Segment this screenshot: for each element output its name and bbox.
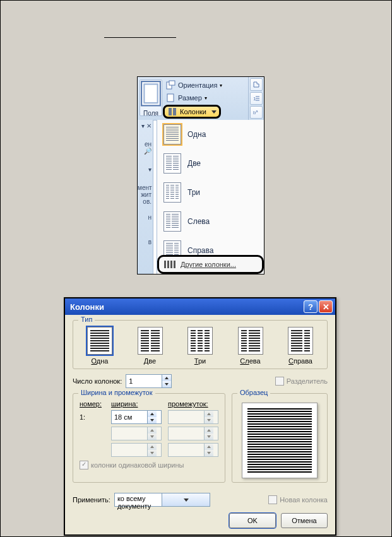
sample-preview bbox=[242, 403, 318, 478]
new-column-checkbox: Новая колонка bbox=[268, 495, 328, 504]
type-left[interactable]: Слева bbox=[230, 327, 271, 365]
help-button[interactable]: ? bbox=[304, 300, 318, 313]
spin-down[interactable] bbox=[162, 381, 171, 387]
col-width-header: ширина: bbox=[111, 400, 162, 408]
ribbon-page-setup: Поля Ориентация ▾ Размер ▾ Колонки 1 bbox=[138, 77, 264, 121]
svg-rect-4 bbox=[167, 94, 174, 102]
close-button[interactable]: ✕ bbox=[319, 300, 333, 313]
equal-width-checkbox[interactable]: колонки одинаковой ширины bbox=[80, 461, 184, 469]
cancel-button[interactable]: Отмена bbox=[281, 513, 328, 528]
dialog-titlebar: Колонки ? ✕ bbox=[65, 298, 335, 315]
columns-icon bbox=[167, 107, 177, 117]
row2-width-spinner bbox=[111, 427, 162, 440]
row1-width-spinner[interactable] bbox=[111, 410, 162, 424]
dropdown-item-two[interactable]: Две bbox=[157, 149, 264, 178]
hyphenation-button[interactable]: bª bbox=[250, 106, 263, 119]
col-gap-header: промежуток: bbox=[168, 400, 218, 408]
margins-icon bbox=[140, 80, 162, 107]
apply-label: Применить: bbox=[73, 496, 110, 504]
chevron-down-icon[interactable] bbox=[162, 493, 210, 506]
type-two[interactable]: Две bbox=[130, 327, 170, 365]
spin-up[interactable] bbox=[162, 375, 171, 381]
count-spinner[interactable] bbox=[126, 374, 172, 388]
width-group: Ширина и промежуток номер: ширина: проме… bbox=[73, 393, 225, 483]
columns-button[interactable]: Колонки bbox=[163, 105, 221, 119]
fields-button[interactable]: Поля bbox=[140, 80, 162, 116]
line-numbers-button[interactable]: 1 bbox=[250, 92, 263, 105]
dropdown-item-three[interactable]: Три bbox=[157, 178, 264, 207]
svg-rect-3 bbox=[169, 81, 175, 85]
row2-gap-spinner bbox=[168, 427, 218, 440]
columns-icon bbox=[164, 261, 175, 268]
group-divider bbox=[248, 77, 249, 120]
checkbox-icon bbox=[80, 461, 88, 469]
row1-num: 1: bbox=[80, 413, 105, 421]
orientation-icon bbox=[165, 80, 175, 90]
type-three[interactable]: Три bbox=[180, 327, 220, 365]
checkbox-icon bbox=[275, 377, 284, 386]
columns-preview-icon bbox=[163, 153, 181, 174]
svg-rect-6 bbox=[173, 108, 176, 115]
count-label: Число колонок: bbox=[73, 377, 122, 385]
sample-group-title: Образец bbox=[237, 389, 270, 396]
row3-gap-spinner bbox=[168, 443, 218, 457]
type-right[interactable]: Справа bbox=[280, 327, 321, 365]
apply-combo[interactable]: ко всему документу bbox=[114, 493, 210, 507]
separator-checkbox[interactable]: Разделитель bbox=[275, 377, 328, 386]
dialog-title: Колонки bbox=[70, 302, 302, 312]
breaks-button[interactable] bbox=[250, 78, 263, 91]
type-one[interactable]: Одна bbox=[80, 327, 120, 365]
columns-label: Колонки bbox=[180, 108, 206, 115]
row1-gap-spinner bbox=[168, 410, 218, 424]
chevron-down-icon bbox=[211, 110, 217, 114]
size-label[interactable]: Размер bbox=[178, 94, 202, 102]
dropdown-item-one[interactable]: Одна bbox=[157, 120, 264, 149]
columns-preview-icon bbox=[163, 182, 181, 203]
dropdown-more-columns[interactable]: Другие колонки... bbox=[157, 255, 264, 274]
size-icon bbox=[165, 93, 175, 103]
fields-label: Поля bbox=[140, 110, 162, 117]
apply-value: ко всему документу bbox=[115, 493, 162, 506]
columns-dropdown: Одна Две Три Слева Справа Другие колонки… bbox=[157, 120, 264, 274]
left-pane-fragment: ▾ ✕ ен 🔎 ▾ мент жит ов. н в bbox=[138, 120, 153, 274]
horizontal-rule bbox=[104, 37, 176, 38]
ok-button[interactable]: OK bbox=[229, 513, 276, 528]
type-group: Тип Одна Две Три Слева bbox=[73, 320, 328, 369]
svg-rect-5 bbox=[169, 108, 172, 115]
sample-group: Образец bbox=[232, 393, 328, 483]
row3-width-spinner bbox=[111, 443, 162, 457]
col-number-header: номер: bbox=[80, 400, 105, 408]
svg-text:bª: bª bbox=[253, 110, 258, 115]
checkbox-icon bbox=[268, 495, 277, 504]
columns-preview-icon bbox=[163, 211, 181, 232]
count-input[interactable] bbox=[126, 375, 162, 387]
width-group-title: Ширина и промежуток bbox=[78, 389, 155, 396]
columns-dialog: Колонки ? ✕ Тип Одна Две Три bbox=[64, 297, 336, 536]
type-group-title: Тип bbox=[78, 316, 95, 323]
dropdown-item-left[interactable]: Слева bbox=[157, 207, 264, 236]
orientation-label[interactable]: Ориентация bbox=[178, 81, 217, 89]
columns-preview-icon bbox=[163, 124, 181, 145]
ribbon-columns-menu: Поля Ориентация ▾ Размер ▾ Колонки 1 bbox=[137, 76, 264, 274]
